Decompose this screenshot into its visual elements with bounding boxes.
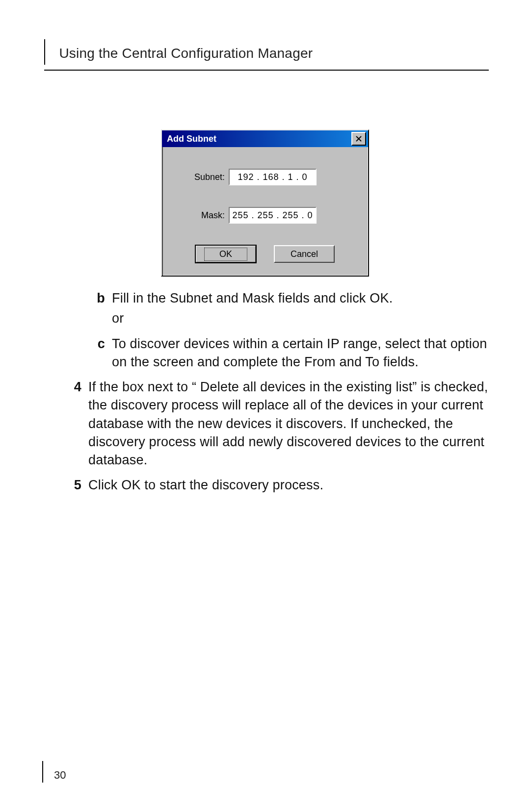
page-number: 30 [54, 769, 66, 783]
page-header: Using the Central Configuration Manager [44, 39, 491, 71]
step-c-marker: c [83, 335, 112, 372]
header-rule [44, 70, 489, 71]
header-divider [44, 39, 45, 65]
step-5: 5 Click OK to start the discovery proces… [60, 476, 491, 494]
step-5-text: Click OK to start the discovery process. [88, 476, 491, 494]
cancel-button[interactable]: Cancel [274, 245, 335, 263]
close-icon [355, 136, 362, 142]
footer-divider [42, 761, 43, 783]
step-b-marker: b [83, 289, 112, 328]
step-4: 4 If the box next to “ Delete all device… [60, 378, 491, 469]
document-page: Using the Central Configuration Manager … [0, 0, 530, 812]
section-title: Using the Central Configuration Manager [59, 43, 313, 61]
subnet-value: 192 . 168 . 1 . 0 [238, 172, 307, 182]
subnet-row: Subnet: 192 . 168 . 1 . 0 [188, 169, 356, 185]
step-4-text: If the box next to “ Delete all devices … [88, 378, 491, 469]
cancel-button-label: Cancel [291, 249, 318, 259]
page-footer: 30 [42, 761, 66, 783]
step-c: c To discover devices within a certain I… [83, 335, 491, 372]
step-b-text: Fill in the Subnet and Mask fields and c… [112, 291, 393, 305]
subnet-input[interactable]: 192 . 168 . 1 . 0 [229, 169, 317, 185]
dialog-body: Subnet: 192 . 168 . 1 . 0 Mask: 255 . 25… [162, 147, 368, 276]
close-button[interactable] [351, 132, 366, 146]
subnet-label: Subnet: [188, 172, 225, 182]
dialog-title: Add Subnet [167, 134, 216, 144]
step-5-marker: 5 [60, 476, 88, 494]
instruction-list: b Fill in the Subnet and Mask fields and… [39, 289, 491, 495]
ok-button-label: OK [204, 248, 247, 261]
ok-button[interactable]: OK [195, 245, 256, 263]
step-b-or: or [112, 309, 491, 328]
mask-value: 255 . 255 . 255 . 0 [232, 210, 313, 221]
dialog-figure: Add Subnet Subnet: 192 . 168 . 1 . 0 [39, 129, 491, 277]
mask-row: Mask: 255 . 255 . 255 . 0 [188, 207, 356, 224]
step-b-content: Fill in the Subnet and Mask fields and c… [112, 289, 491, 328]
mask-label: Mask: [188, 210, 225, 221]
mask-input[interactable]: 255 . 255 . 255 . 0 [229, 207, 317, 224]
add-subnet-dialog: Add Subnet Subnet: 192 . 168 . 1 . 0 [161, 129, 369, 277]
step-4-marker: 4 [60, 378, 88, 469]
step-c-text: To discover devices within a certain IP … [112, 335, 491, 372]
dialog-buttons: OK Cancel [174, 245, 356, 263]
dialog-titlebar: Add Subnet [162, 130, 368, 147]
step-b: b Fill in the Subnet and Mask fields and… [83, 289, 491, 328]
